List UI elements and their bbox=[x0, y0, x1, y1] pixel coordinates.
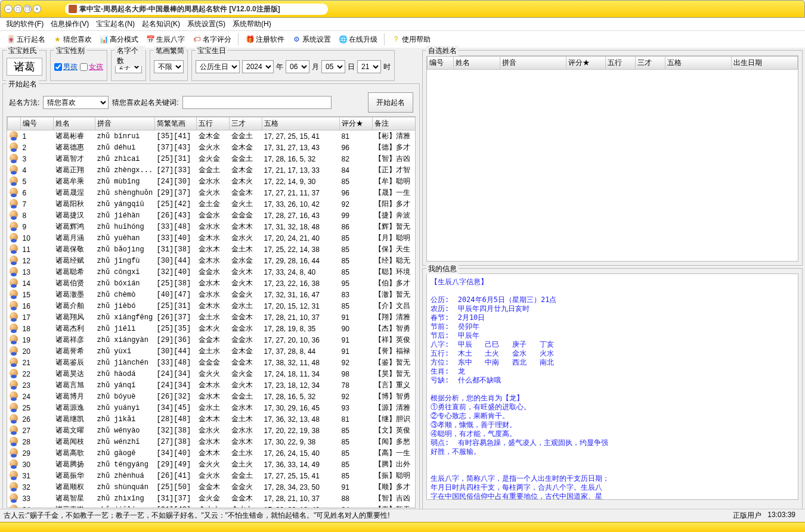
keyword-input[interactable] bbox=[182, 96, 332, 109]
table-row[interactable]: 14诸葛伯贤zhǔ bóxián[25][38]金水木金火木17, 23, 22… bbox=[8, 278, 416, 289]
column-header[interactable]: 编号 bbox=[21, 117, 54, 130]
favorites-table-wrap[interactable]: 编号姓名拼音评分★五行三才五格出生日期 bbox=[426, 55, 798, 262]
menu-item[interactable]: 我的软件(F) bbox=[2, 18, 47, 30]
start-button[interactable]: 开始起名 bbox=[368, 92, 413, 113]
birth-group: 宝宝生日 公历生日 2024年 06月 05日 21时 bbox=[191, 50, 395, 81]
column-header[interactable]: 评分★ bbox=[566, 57, 606, 70]
table-row[interactable]: 22诸葛昊达zhǔ hàodá[24][34]金火火金火金17, 24, 18,… bbox=[8, 368, 416, 379]
column-header[interactable]: 编号 bbox=[428, 57, 454, 70]
table-row[interactable]: 1诸葛彬睿zhǔ bīnruì[35][41]金木金金金土17, 27, 25,… bbox=[8, 130, 416, 142]
column-header[interactable]: 五行 bbox=[606, 57, 636, 70]
day-select[interactable]: 05 bbox=[321, 60, 345, 73]
toolbar-item[interactable]: ⚙系统设置 bbox=[289, 34, 333, 45]
menu-item[interactable]: 宝宝起名(N) bbox=[92, 18, 138, 30]
table-row[interactable]: 4诸葛正翔zhǔ zhèngx...[27][33]金金土金木金17, 21, … bbox=[8, 164, 416, 176]
hour-select[interactable]: 21 bbox=[357, 60, 381, 73]
year-select[interactable]: 2024 bbox=[242, 60, 274, 73]
toolbar-item[interactable]: ?使用帮助 bbox=[389, 34, 433, 45]
column-header[interactable]: 拼音 bbox=[500, 57, 566, 70]
gender-male[interactable]: 男孩 bbox=[54, 62, 78, 72]
toolbar-icon: 🀄 bbox=[6, 35, 16, 44]
table-row[interactable]: 7诸葛阳秋zhǔ yángqiū[25][42]金土金金火土17, 33, 26… bbox=[8, 198, 416, 210]
column-header[interactable]: 五行 bbox=[197, 117, 230, 130]
avatar-icon bbox=[10, 471, 18, 479]
table-row[interactable]: 31诸葛振华zhǔ zhènhuá[26][41]金火水金金土17, 27, 2… bbox=[8, 470, 416, 481]
minimize-button[interactable]: – bbox=[4, 5, 13, 13]
avatar-icon bbox=[10, 256, 18, 264]
table-row[interactable]: 11诸葛保敬zhǔ bǎojìng[31][38]金水木金土木17, 25, 2… bbox=[8, 244, 416, 255]
toolbar-item[interactable]: 🀄五行起名 bbox=[4, 34, 48, 45]
table-row[interactable]: 6诸葛晟涅zhǔ shènghuǒn[29][37]金火水金金木17, 27, … bbox=[8, 187, 416, 198]
avatar-icon bbox=[10, 154, 18, 162]
menu-item[interactable]: 系统设置(S) bbox=[184, 18, 229, 30]
table-row[interactable]: 8诸葛捷汉zhǔ jiéhàn[26][43]金金水金金金17, 28, 27,… bbox=[8, 210, 416, 221]
gender-female[interactable]: 女孩 bbox=[80, 62, 103, 72]
column-header[interactable]: 姓名 bbox=[54, 117, 95, 130]
column-header[interactable]: 拼音 bbox=[95, 117, 155, 130]
stroke-select[interactable]: 不限 bbox=[154, 60, 184, 73]
table-row[interactable]: 10诸葛月涵zhǔ yuèhan[33][40]金木水金水火17, 20, 24… bbox=[8, 232, 416, 244]
bottombar bbox=[0, 522, 805, 532]
column-header[interactable]: 三才 bbox=[230, 117, 262, 130]
restore-button[interactable]: ❐ bbox=[23, 5, 32, 13]
table-row[interactable]: 27诸葛文曜zhǔ wényào[32][38]金水火金水水17, 20, 22… bbox=[8, 425, 416, 436]
table-row[interactable]: 15诸葛澈墨zhǔ chèmò[40][47]金水水金金火17, 32, 31,… bbox=[8, 289, 416, 300]
table-row[interactable]: 34诸葛嘉岚zhǔ jiālán[31][42]金木土金水土17, 30, 26… bbox=[8, 504, 416, 508]
avatar-icon bbox=[10, 312, 18, 321]
column-header[interactable]: 五格 bbox=[665, 57, 732, 70]
table-row[interactable]: 24诸葛博月zhǔ bóyuè[26][32]金水木金金土17, 28, 16,… bbox=[8, 391, 416, 402]
table-row[interactable]: 25诸葛源逸zhǔ yuányì[34][45]金水土金水木17, 30, 29… bbox=[8, 402, 416, 413]
table-row[interactable]: 28诸葛闻枝zhǔ wénzhī[27][38]金水木金水木17, 30, 22… bbox=[8, 436, 416, 447]
menu-item[interactable]: 起名知识(K) bbox=[138, 18, 184, 30]
table-row[interactable]: 9诸葛辉鸿zhǔ huīhóng[33][48]金水水金木木17, 31, 32… bbox=[8, 221, 416, 232]
stroke-label: 笔画繁简 bbox=[154, 46, 186, 56]
toolbar-item[interactable]: ★猜您喜欢 bbox=[50, 34, 94, 45]
table-row[interactable]: 21诸葛鉴辰zhǔ jiànchén[33][48]金金金金金木17, 38, … bbox=[8, 357, 416, 368]
table-row[interactable]: 16诸葛介舶zhǔ jièbó[25][31]金木水金水土17, 20, 15,… bbox=[8, 300, 416, 312]
table-row[interactable]: 23诸葛言旭zhǔ yánqī[24][34]金木水金火木17, 23, 18,… bbox=[8, 379, 416, 391]
close-button[interactable]: × bbox=[33, 5, 41, 13]
menu-item[interactable]: 系统帮助(H) bbox=[229, 18, 275, 30]
table-row[interactable]: 20诸葛誉希zhǔ yùxī[30][44]金土水金木金17, 37, 28, … bbox=[8, 346, 416, 357]
column-header[interactable]: 简繁笔画 bbox=[155, 117, 197, 130]
table-row[interactable]: 29诸葛高歌zhǔ gāogē[34][40]金木木金土水17, 26, 24,… bbox=[8, 447, 416, 459]
table-row[interactable]: 19诸葛祥彦zhǔ xiángyàn[29][36]金金木金金水17, 27, … bbox=[8, 334, 416, 346]
info-group: 我的信息 【生辰八字信息】 公历: 2024年6月5日（星期三）21点 农历: … bbox=[422, 268, 803, 512]
toolbar-item[interactable]: 📊高分模式 bbox=[97, 34, 141, 45]
table-row[interactable]: 33诸葛智星zhǔ zhìxīng[31][37]金火金金金木17, 28, 2… bbox=[8, 493, 416, 504]
maximize-button[interactable]: □ bbox=[14, 5, 22, 13]
naming-title: 开始起名 bbox=[7, 79, 39, 89]
surname-input[interactable] bbox=[7, 58, 42, 76]
column-header[interactable]: 姓名 bbox=[454, 57, 500, 70]
toolbar-item[interactable]: 🌐在线升级 bbox=[336, 34, 380, 45]
avatar-icon bbox=[10, 437, 18, 445]
menu-item[interactable]: 信息操作(V) bbox=[47, 18, 92, 30]
avatar-icon bbox=[10, 346, 18, 354]
table-row[interactable]: 26诸葛继凯zhǔ jìkǎi[28][48]金木木金土木17, 36, 32,… bbox=[8, 413, 416, 425]
table-row[interactable]: 17诸葛翔风zhǔ xiángfēng[26][37]金土水金金木17, 28,… bbox=[8, 312, 416, 323]
toolbar-item[interactable]: 🏷名字评分 bbox=[190, 34, 234, 45]
results-table-wrap[interactable]: 编号姓名拼音简繁笔画五行三才五格评分★备注 1诸葛彬睿zhǔ bīnruì[35… bbox=[7, 116, 416, 508]
column-header[interactable]: 出生日期 bbox=[732, 57, 798, 70]
avatar-icon bbox=[10, 199, 18, 207]
app-icon bbox=[69, 5, 77, 13]
column-header[interactable]: 五格 bbox=[262, 117, 340, 130]
table-row[interactable]: 32诸葛顺权zhǔ shùnquán[25][50]金金木金金火17, 28, … bbox=[8, 481, 416, 493]
calendar-select[interactable]: 公历生日 bbox=[196, 60, 240, 73]
table-row[interactable]: 13诸葛聪希zhǔ cōngxī[32][40]金金水金火木17, 33, 24… bbox=[8, 266, 416, 278]
month-select[interactable]: 06 bbox=[286, 60, 309, 73]
column-header[interactable]: 评分★ bbox=[340, 117, 373, 130]
toolbar-item[interactable]: 📅生辰八字 bbox=[143, 34, 187, 45]
column-header[interactable]: 三才 bbox=[636, 57, 665, 70]
column-header[interactable]: 备注 bbox=[373, 117, 416, 130]
table-row[interactable]: 30诸葛腾扬zhǔ téngyáng[29][49]金火火金土火17, 36, … bbox=[8, 459, 416, 470]
results-table: 编号姓名拼音简繁笔画五行三才五格评分★备注 1诸葛彬睿zhǔ bīnruì[35… bbox=[7, 117, 416, 508]
avatar-icon bbox=[10, 142, 18, 151]
toolbar-item[interactable]: 🎁注册软件 bbox=[243, 34, 287, 45]
method-select[interactable]: 猜您喜欢 bbox=[43, 96, 109, 109]
table-row[interactable]: 12诸葛经赋zhǔ jīngfù[30][44]金木水金水金17, 29, 28… bbox=[8, 255, 416, 266]
table-row[interactable]: 3诸葛智才zhǔ zhìcai[25][31]金火金金金土17, 28, 16,… bbox=[8, 153, 416, 164]
table-row[interactable]: 18诸葛杰利zhǔ jiélì[25][35]金木火金金水17, 28, 19,… bbox=[8, 323, 416, 334]
table-row[interactable]: 2诸葛德惠zhǔ déhuì[37][43]金火水金木金17, 31, 27, … bbox=[8, 142, 416, 153]
table-row[interactable]: 5诸葛牟乘zhǔ mùbīng[24][30]金水水金木火17, 22, 14,… bbox=[8, 176, 416, 187]
